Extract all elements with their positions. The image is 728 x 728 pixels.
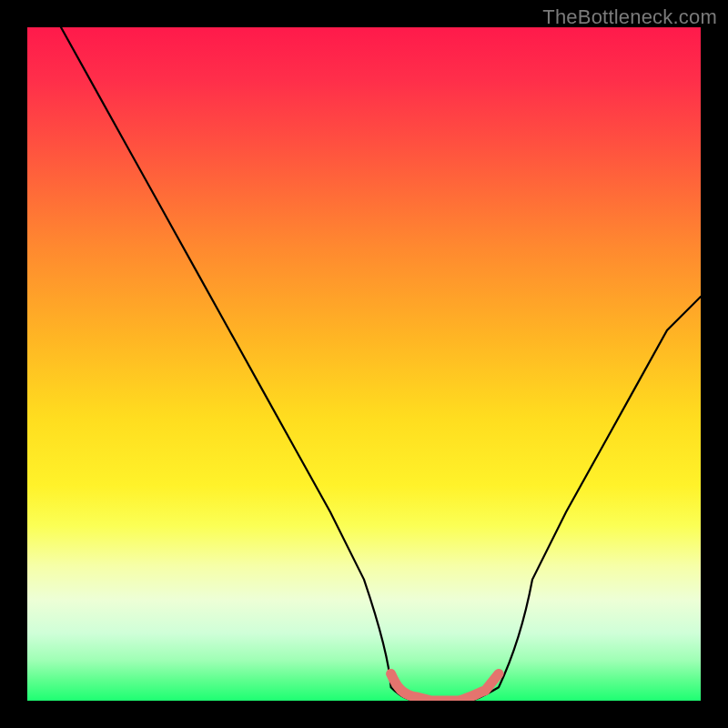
bottleneck-curve [61,27,701,701]
curve-layer [27,27,701,701]
plot-area [27,27,701,701]
floor-highlight [391,673,499,701]
chart-root: TheBottleneck.com [0,0,728,728]
watermark-text: TheBottleneck.com [542,5,717,29]
